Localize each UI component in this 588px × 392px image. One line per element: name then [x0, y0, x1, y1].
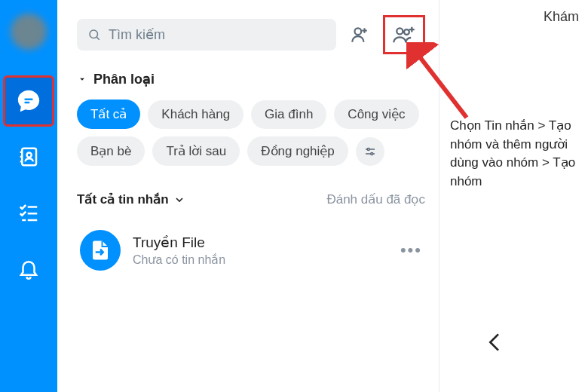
category-label: Phân loại [93, 71, 155, 87]
chevron-down-icon [173, 194, 185, 206]
sidebar-item-messages[interactable] [3, 75, 54, 127]
category-toggle[interactable]: Phân loại [77, 71, 425, 87]
group-plus-icon [392, 24, 416, 45]
user-plus-icon [350, 25, 369, 44]
svg-line-12 [96, 37, 99, 39]
conversation-body: Truyền File Chưa có tin nhắn [133, 234, 388, 267]
chip-friends[interactable]: Bạn bè [77, 136, 145, 166]
top-bar: Tìm kiếm [77, 15, 425, 54]
checklist-icon [17, 201, 40, 224]
chevron-left-icon[interactable] [483, 327, 507, 357]
create-group-button[interactable] [391, 22, 417, 47]
search-placeholder: Tìm kiếm [109, 26, 165, 43]
svg-point-21 [367, 148, 369, 150]
svg-point-17 [404, 29, 409, 35]
nav-sidebar [0, 0, 57, 392]
svg-point-13 [355, 28, 362, 35]
svg-point-3 [27, 152, 32, 157]
svg-rect-1 [24, 102, 29, 104]
filter-all-messages[interactable]: Tất cả tin nhắn [77, 191, 185, 207]
chip-family[interactable]: Gia đình [251, 100, 326, 129]
address-book-icon [17, 145, 40, 168]
svg-point-23 [371, 152, 373, 155]
filter-row: Tất cả tin nhắn Đánh dấu đã đọc [77, 191, 425, 207]
avatar[interactable] [11, 14, 47, 50]
sidebar-item-contacts[interactable] [3, 131, 54, 182]
file-transfer-icon [89, 239, 112, 262]
conversation-subtitle: Chưa có tin nhắn [133, 253, 388, 267]
add-friend-button[interactable] [347, 22, 372, 47]
svg-point-16 [397, 28, 403, 34]
chip-all[interactable]: Tất cả [77, 100, 140, 129]
bell-icon [17, 257, 40, 280]
kham-text: Khám [450, 9, 579, 25]
chat-list-column: Tìm kiếm [57, 0, 439, 392]
conversation-avatar [80, 230, 121, 271]
svg-rect-0 [24, 98, 32, 100]
mark-all-read[interactable]: Đánh dấu đã đọc [326, 191, 425, 207]
category-chips: Tất cả Khách hàng Gia đình Công việc Bạn… [77, 100, 425, 166]
sidebar-item-todo[interactable] [3, 187, 54, 238]
chip-customers[interactable]: Khách hàng [148, 100, 243, 129]
conversation-title: Truyền File [133, 234, 388, 251]
search-input[interactable]: Tìm kiếm [77, 19, 336, 51]
instruction-text: Chọn Tin nhắn > Tạo nhóm và thêm người d… [450, 117, 579, 191]
sidebar-item-notifications[interactable] [3, 243, 54, 294]
conversation-item[interactable]: Truyền File Chưa có tin nhắn ••• [77, 221, 425, 280]
instruction-panel: Khám Chọn Tin nhắn > Tạo nhóm và thêm ng… [439, 0, 588, 392]
chip-reply-later[interactable]: Trả lời sau [152, 136, 240, 166]
chip-colleagues[interactable]: Đồng nghiệp [247, 136, 348, 166]
sliders-icon [363, 145, 377, 158]
conversation-more-button[interactable]: ••• [400, 240, 422, 260]
svg-point-11 [90, 30, 98, 38]
main-area: Tìm kiếm [57, 0, 588, 392]
chat-icon [16, 88, 41, 114]
chip-work[interactable]: Công việc [334, 100, 418, 129]
chevron-down-icon [77, 74, 87, 84]
create-group-highlight [383, 15, 425, 54]
filter-label: Tất cả tin nhắn [77, 191, 169, 207]
search-icon [87, 28, 101, 41]
chip-settings-button[interactable] [356, 137, 384, 166]
